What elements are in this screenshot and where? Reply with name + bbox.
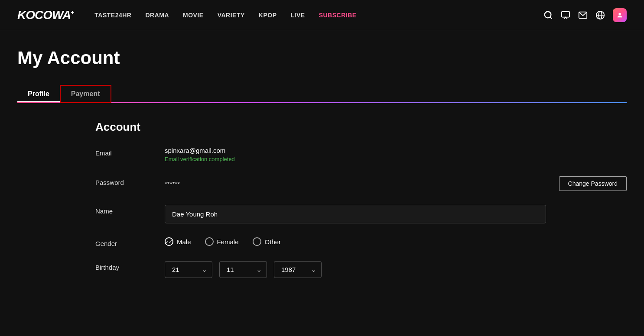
logo[interactable]: KOCOWA+ (17, 8, 74, 22)
svg-line-1 (550, 17, 552, 19)
main-content: My Account Profile Payment Account Email… (0, 30, 644, 309)
gender-male-label: Male (177, 238, 191, 246)
section-title: Account (95, 120, 627, 134)
birthday-content: 21 ⌄ 11 ⌄ 1987 ⌄ (165, 261, 627, 278)
gender-other[interactable]: Other (253, 237, 281, 246)
nav-taste24hr[interactable]: TASTE24HR (94, 12, 131, 19)
day-select-wrapper: 21 ⌄ (165, 261, 212, 278)
user-avatar[interactable] (613, 8, 627, 22)
month-select-wrapper: 11 ⌄ (219, 261, 267, 278)
year-select-wrapper: 1987 ⌄ (274, 261, 322, 278)
gender-options: Male Female Other (165, 237, 627, 246)
header: KOCOWA+ TASTE24HR DRAMA MOVIE VARIETY KP… (0, 0, 644, 30)
radio-female (205, 237, 214, 246)
name-content (165, 205, 627, 223)
gender-female[interactable]: Female (205, 237, 239, 246)
gender-female-label: Female (217, 238, 239, 246)
tab-payment[interactable]: Payment (60, 85, 111, 103)
month-select[interactable]: 11 (219, 261, 267, 278)
name-input[interactable] (165, 205, 546, 223)
nav-variety[interactable]: VARIETY (218, 12, 245, 19)
main-nav: TASTE24HR DRAMA MOVIE VARIETY KPOP LIVE … (94, 12, 543, 19)
change-password-button[interactable]: Change Password (559, 176, 627, 191)
birthday-label: Birthday (95, 261, 165, 271)
gender-label: Gender (95, 237, 165, 247)
svg-rect-2 (562, 11, 569, 17)
year-select[interactable]: 1987 (274, 261, 322, 278)
header-icons (543, 8, 627, 22)
gender-other-label: Other (265, 238, 281, 246)
name-row: Name (95, 205, 627, 223)
account-section: Account Email spinxara@gmail.com Email v… (95, 120, 627, 278)
nav-kpop[interactable]: KPOP (259, 12, 277, 19)
nav-movie[interactable]: MOVIE (183, 12, 204, 19)
globe-icon[interactable] (595, 10, 605, 20)
password-content: ****** Change Password (165, 176, 627, 191)
email-row: Email spinxara@gmail.com Email verificat… (95, 147, 627, 162)
day-select[interactable]: 21 (165, 261, 212, 278)
email-value: spinxara@gmail.com (165, 147, 627, 154)
gender-male[interactable]: Male (165, 237, 191, 246)
email-content: spinxara@gmail.com Email verification co… (165, 147, 627, 162)
birthday-row: Birthday 21 ⌄ 11 ⌄ (95, 261, 627, 278)
nav-subscribe[interactable]: SUBSCRIBE (319, 12, 357, 19)
name-label: Name (95, 205, 165, 215)
password-value: ****** (165, 180, 559, 187)
search-icon[interactable] (543, 10, 553, 20)
email-label: Email (95, 147, 165, 157)
page-title: My Account (17, 48, 627, 68)
password-label: Password (95, 176, 165, 186)
svg-point-0 (545, 11, 551, 18)
svg-point-7 (618, 13, 621, 15)
tabs-container: Profile Payment (17, 84, 627, 103)
tab-profile[interactable]: Profile (17, 86, 60, 102)
mail-icon[interactable] (578, 10, 588, 20)
nav-drama[interactable]: DRAMA (145, 12, 169, 19)
tv-icon[interactable] (561, 10, 570, 20)
gender-row: Gender Male Female Other (95, 237, 627, 247)
radio-other (253, 237, 261, 246)
gender-content: Male Female Other (165, 237, 627, 246)
email-verified-text: Email verification completed (165, 156, 627, 162)
radio-male (165, 237, 173, 246)
password-row: Password ****** Change Password (95, 176, 627, 191)
birthday-selects: 21 ⌄ 11 ⌄ 1987 ⌄ (165, 261, 627, 278)
nav-live[interactable]: LIVE (291, 12, 305, 19)
